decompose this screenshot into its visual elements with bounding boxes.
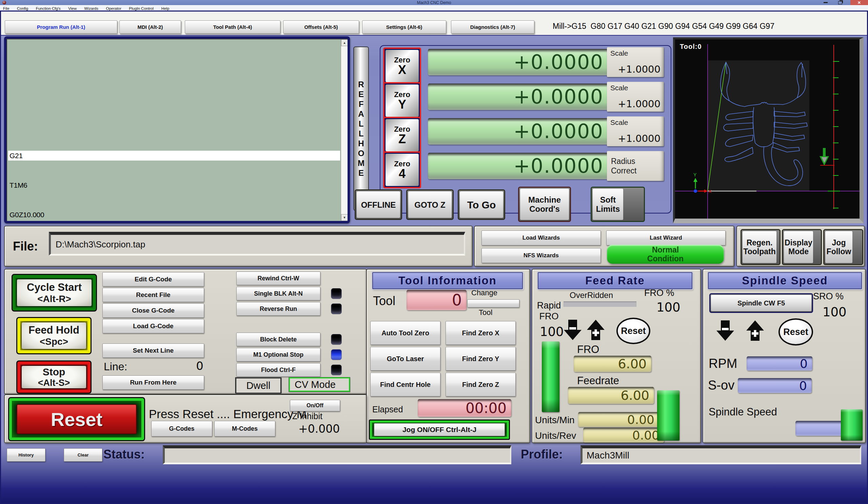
fro-decrease-icon[interactable] bbox=[563, 319, 582, 341]
spindle-increase-icon[interactable] bbox=[745, 320, 765, 341]
close-button[interactable]: ✕ bbox=[850, 0, 868, 5]
a-axis-dro[interactable]: +0.0000 bbox=[428, 153, 610, 179]
file-path-field[interactable]: D:\Mach3\Scorpion.tap bbox=[49, 232, 465, 255]
find-zero-x-button[interactable]: Find Zero X bbox=[445, 321, 516, 345]
z-scale-box[interactable]: Scale +1.0000 bbox=[607, 117, 664, 146]
ref-all-home-button[interactable]: REF ALL HOME bbox=[353, 47, 369, 211]
tab-mdi[interactable]: MDI (Alt-2) bbox=[119, 20, 181, 33]
line-number-value: 0 bbox=[181, 359, 204, 373]
close-gcode-button[interactable]: Close G-Code bbox=[102, 303, 204, 318]
tab-program-run[interactable]: Program Run (Alt-1) bbox=[5, 20, 117, 33]
sov-label: S-ov bbox=[708, 378, 734, 393]
goto-laser-button[interactable]: GoTo Laser bbox=[370, 347, 441, 371]
flood-button[interactable]: Flood Ctrl-F bbox=[236, 363, 320, 377]
menu-wizards[interactable]: Wizards bbox=[81, 6, 101, 11]
find-zero-z-button[interactable]: Find Zero Z bbox=[445, 373, 516, 396]
minimize-button[interactable] bbox=[819, 0, 833, 5]
menu-file[interactable]: File bbox=[0, 6, 12, 11]
zero-4-button[interactable]: Zero4 bbox=[383, 151, 421, 188]
block-delete-led bbox=[331, 334, 342, 345]
spindle-decrease-icon[interactable] bbox=[715, 320, 735, 341]
m1-optional-stop-button[interactable]: M1 Optional Stop bbox=[236, 348, 320, 362]
radius-correct-box[interactable]: Radius Correct bbox=[607, 151, 664, 181]
fro-slider[interactable] bbox=[542, 341, 559, 412]
single-blk-button[interactable]: Single BLK Alt-N bbox=[236, 287, 320, 300]
edit-gcode-button[interactable]: Edit G-Code bbox=[102, 272, 204, 286]
run-from-here-button[interactable]: Run From Here bbox=[102, 375, 204, 390]
spindle-cw-button[interactable]: Spindle CW F5 bbox=[711, 295, 812, 311]
regen-toolpath-button[interactable]: Regen. Toolpath bbox=[741, 229, 781, 265]
load-gcode-button[interactable]: Load G-Code bbox=[102, 319, 204, 333]
set-next-line-button[interactable]: Set Next Line bbox=[102, 343, 204, 358]
gcode-line[interactable]: G0Z10.000 bbox=[8, 210, 340, 220]
gcodes-button[interactable]: G-Codes bbox=[151, 421, 212, 436]
goto-z-button[interactable]: GOTO Z bbox=[406, 189, 454, 220]
rewind-button[interactable]: Rewind Ctrl-W bbox=[236, 272, 320, 285]
gcode-scrollbar[interactable]: ▲ ▼ bbox=[341, 39, 348, 221]
tool-number-dro[interactable]: 0 bbox=[406, 290, 466, 310]
recent-file-button[interactable]: Recent File bbox=[102, 288, 204, 302]
z-axis-dro[interactable]: +0.0000 bbox=[428, 118, 610, 144]
jog-onoff-button[interactable]: Jog ON/OFF Ctrl-Alt-J bbox=[374, 423, 505, 436]
scroll-down-icon[interactable]: ▼ bbox=[341, 214, 348, 221]
menu-function-cfgs[interactable]: Function Cfg's bbox=[33, 6, 64, 11]
wizards-panel: Load Wizards Last Wizard NFS Wizards Nor… bbox=[474, 226, 734, 267]
jog-follow-button[interactable]: Jog Follow bbox=[823, 229, 863, 265]
tab-settings[interactable]: Settings (Alt-6) bbox=[362, 20, 446, 33]
cycle-start-button[interactable]: Cycle Start<Alt-R> bbox=[11, 274, 97, 312]
fro-increase-icon[interactable] bbox=[586, 319, 606, 341]
to-go-button[interactable]: To Go bbox=[458, 189, 505, 220]
fro-dro[interactable]: 6.00 bbox=[574, 356, 651, 372]
y-axis-dro[interactable]: +0.0000 bbox=[428, 83, 610, 110]
feed-hold-button[interactable]: Feed Hold<Spc> bbox=[16, 317, 92, 354]
zero-z-button[interactable]: ZeroZ bbox=[383, 117, 421, 154]
history-button[interactable]: History bbox=[7, 448, 45, 462]
scroll-up-icon[interactable]: ▲ bbox=[341, 39, 348, 46]
spindle-slider[interactable] bbox=[841, 409, 862, 441]
onoff-button[interactable]: On/Off bbox=[290, 400, 340, 411]
zero-x-button[interactable]: ZeroX bbox=[383, 48, 421, 84]
feedrate-slider[interactable] bbox=[657, 390, 680, 441]
soft-limits-button[interactable]: Soft Limits bbox=[591, 187, 645, 222]
y-scale-box[interactable]: Scale +1.0000 bbox=[607, 82, 664, 112]
offline-button[interactable]: OFFLINE bbox=[355, 189, 402, 220]
block-delete-button[interactable]: Block Delete bbox=[236, 333, 320, 346]
gcode-line-current[interactable]: G21 bbox=[8, 151, 340, 161]
gcode-list[interactable]: G21 T1M6 G0Z10.000 G0X0.000Y0.000S10000M… bbox=[7, 39, 348, 221]
x-axis-dro[interactable]: +0.0000 bbox=[428, 49, 610, 75]
sro-reset-button[interactable]: Reset bbox=[778, 318, 813, 345]
menu-help[interactable]: Help bbox=[158, 6, 173, 11]
zero-y-button[interactable]: ZeroY bbox=[383, 82, 421, 119]
condition-indicator[interactable]: Normal Condition bbox=[607, 245, 724, 264]
auto-tool-zero-button[interactable]: Auto Tool Zero bbox=[370, 321, 441, 345]
reset-button[interactable]: Reset bbox=[8, 397, 145, 441]
clear-button[interactable]: Clear bbox=[64, 448, 102, 462]
change-tool-button[interactable] bbox=[467, 299, 519, 308]
menu-config[interactable]: Config bbox=[14, 6, 31, 11]
find-centr-hole-button[interactable]: Find Centr Hole bbox=[370, 373, 441, 396]
tab-tool-path[interactable]: Tool Path (Alt-4) bbox=[185, 20, 280, 33]
fro-reset-button[interactable]: Reset bbox=[617, 318, 650, 344]
find-zero-y-button[interactable]: Find Zero Y bbox=[445, 347, 516, 371]
tab-diagnostics[interactable]: Diagnostics (Alt-7) bbox=[451, 20, 534, 33]
restore-icon bbox=[838, 1, 842, 4]
x-scale-box[interactable]: Scale +1.0000 bbox=[607, 47, 664, 77]
load-wizards-button[interactable]: Load Wizards bbox=[482, 230, 601, 245]
menu-plugin-control[interactable]: PlugIn Control bbox=[126, 6, 157, 11]
menu-operator[interactable]: Operator bbox=[103, 6, 124, 11]
toolpath-display[interactable]: Y bbox=[673, 37, 864, 223]
line-label: Line: bbox=[104, 361, 127, 373]
reverse-run-button[interactable]: Reverse Run bbox=[236, 302, 320, 316]
stop-button[interactable]: Stop<Alt-S> bbox=[16, 361, 92, 394]
gcode-line[interactable]: T1M6 bbox=[8, 180, 340, 190]
nfs-wizards-button[interactable]: NFS Wizards bbox=[482, 248, 601, 263]
display-mode-button[interactable]: Display Mode bbox=[782, 229, 822, 265]
spindle-cw-frame: Spindle CW F5 bbox=[709, 293, 813, 313]
status-field bbox=[163, 445, 511, 464]
mcodes-button[interactable]: M-Codes bbox=[214, 421, 275, 436]
menu-view[interactable]: View bbox=[65, 6, 80, 11]
last-wizard-button[interactable]: Last Wizard bbox=[606, 230, 726, 245]
tab-offsets[interactable]: Offsets (Alt-5) bbox=[283, 20, 359, 33]
machine-coords-button[interactable]: Machine Coord's bbox=[518, 187, 571, 222]
restore-button[interactable] bbox=[834, 0, 847, 5]
